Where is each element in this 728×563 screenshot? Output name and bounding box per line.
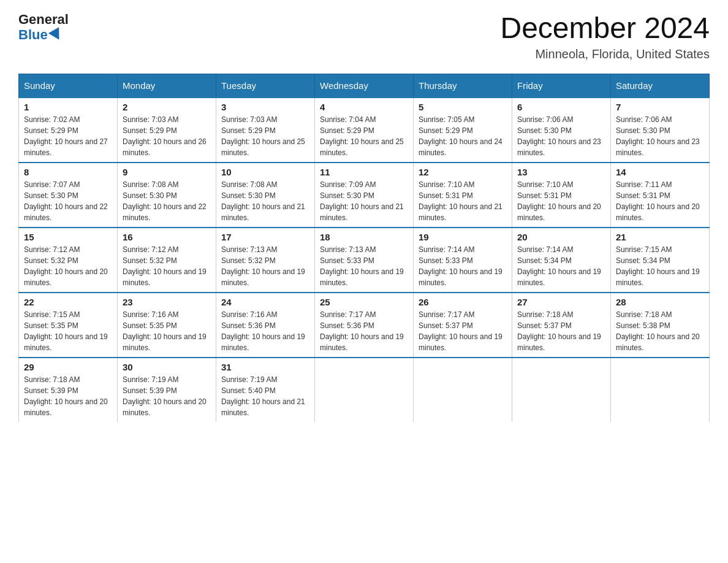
day-number: 15: [24, 232, 112, 242]
day-number: 7: [616, 102, 704, 112]
calendar-cell: 20Sunrise: 7:14 AMSunset: 5:34 PMDayligh…: [512, 228, 611, 293]
day-number: 6: [517, 102, 605, 112]
day-info: Sunrise: 7:18 AMSunset: 5:37 PMDaylight:…: [517, 309, 605, 353]
day-info: Sunrise: 7:16 AMSunset: 5:35 PMDaylight:…: [123, 309, 211, 353]
day-info: Sunrise: 7:05 AMSunset: 5:29 PMDaylight:…: [419, 114, 507, 158]
day-number: 28: [616, 297, 704, 307]
day-number: 17: [221, 232, 309, 242]
calendar-cell: 29Sunrise: 7:18 AMSunset: 5:39 PMDayligh…: [19, 358, 118, 422]
header-sunday: Sunday: [19, 74, 118, 98]
day-info: Sunrise: 7:11 AMSunset: 5:31 PMDaylight:…: [616, 179, 704, 223]
day-number: 24: [221, 297, 309, 307]
location-subtitle: Minneola, Florida, United States: [500, 47, 710, 61]
calendar-week-row: 1Sunrise: 7:02 AMSunset: 5:29 PMDaylight…: [19, 98, 710, 163]
day-number: 4: [320, 102, 408, 112]
day-info: Sunrise: 7:06 AMSunset: 5:30 PMDaylight:…: [616, 114, 704, 158]
day-number: 30: [123, 362, 211, 372]
day-number: 18: [320, 232, 408, 242]
day-info: Sunrise: 7:12 AMSunset: 5:32 PMDaylight:…: [24, 244, 112, 288]
day-number: 26: [419, 297, 507, 307]
calendar-table: SundayMondayTuesdayWednesdayThursdayFrid…: [18, 74, 710, 422]
calendar-cell: 1Sunrise: 7:02 AMSunset: 5:29 PMDaylight…: [19, 98, 118, 163]
calendar-cell: 25Sunrise: 7:17 AMSunset: 5:36 PMDayligh…: [315, 293, 414, 358]
calendar-cell: 5Sunrise: 7:05 AMSunset: 5:29 PMDaylight…: [414, 98, 512, 163]
day-number: 21: [616, 232, 704, 242]
calendar-cell: 13Sunrise: 7:10 AMSunset: 5:31 PMDayligh…: [512, 163, 611, 228]
calendar-cell: [512, 358, 611, 422]
day-number: 16: [123, 232, 211, 242]
header-thursday: Thursday: [414, 74, 512, 98]
header-monday: Monday: [118, 74, 216, 98]
calendar-cell: [315, 358, 414, 422]
day-info: Sunrise: 7:04 AMSunset: 5:29 PMDaylight:…: [320, 114, 408, 158]
day-info: Sunrise: 7:18 AMSunset: 5:38 PMDaylight:…: [616, 309, 704, 353]
day-number: 14: [616, 167, 704, 177]
calendar-cell: 27Sunrise: 7:18 AMSunset: 5:37 PMDayligh…: [512, 293, 611, 358]
calendar-cell: [611, 358, 710, 422]
calendar-cell: 26Sunrise: 7:17 AMSunset: 5:37 PMDayligh…: [414, 293, 512, 358]
calendar-cell: 31Sunrise: 7:19 AMSunset: 5:40 PMDayligh…: [216, 358, 315, 422]
day-number: 29: [24, 362, 112, 372]
day-info: Sunrise: 7:08 AMSunset: 5:30 PMDaylight:…: [221, 179, 309, 223]
day-info: Sunrise: 7:10 AMSunset: 5:31 PMDaylight:…: [419, 179, 507, 223]
calendar-cell: 12Sunrise: 7:10 AMSunset: 5:31 PMDayligh…: [414, 163, 512, 228]
day-info: Sunrise: 7:09 AMSunset: 5:30 PMDaylight:…: [320, 179, 408, 223]
day-number: 2: [123, 102, 211, 112]
month-title: December 2024: [500, 12, 710, 45]
day-number: 25: [320, 297, 408, 307]
day-info: Sunrise: 7:19 AMSunset: 5:40 PMDaylight:…: [221, 374, 309, 418]
calendar-cell: 30Sunrise: 7:19 AMSunset: 5:39 PMDayligh…: [118, 358, 216, 422]
calendar-cell: 21Sunrise: 7:15 AMSunset: 5:34 PMDayligh…: [611, 228, 710, 293]
calendar-cell: 7Sunrise: 7:06 AMSunset: 5:30 PMDaylight…: [611, 98, 710, 163]
header-friday: Friday: [512, 74, 611, 98]
calendar-cell: 28Sunrise: 7:18 AMSunset: 5:38 PMDayligh…: [611, 293, 710, 358]
day-info: Sunrise: 7:03 AMSunset: 5:29 PMDaylight:…: [221, 114, 309, 158]
day-info: Sunrise: 7:08 AMSunset: 5:30 PMDaylight:…: [123, 179, 211, 223]
calendar-cell: 24Sunrise: 7:16 AMSunset: 5:36 PMDayligh…: [216, 293, 315, 358]
title-block: December 2024 Minneola, Florida, United …: [500, 12, 710, 61]
calendar-cell: 4Sunrise: 7:04 AMSunset: 5:29 PMDaylight…: [315, 98, 414, 163]
calendar-header-row: SundayMondayTuesdayWednesdayThursdayFrid…: [19, 74, 710, 98]
day-info: Sunrise: 7:12 AMSunset: 5:32 PMDaylight:…: [123, 244, 211, 288]
calendar-cell: 6Sunrise: 7:06 AMSunset: 5:30 PMDaylight…: [512, 98, 611, 163]
calendar-week-row: 22Sunrise: 7:15 AMSunset: 5:35 PMDayligh…: [19, 293, 710, 358]
calendar-week-row: 8Sunrise: 7:07 AMSunset: 5:30 PMDaylight…: [19, 163, 710, 228]
day-number: 19: [419, 232, 507, 242]
calendar-cell: 16Sunrise: 7:12 AMSunset: 5:32 PMDayligh…: [118, 228, 216, 293]
page-header: General Blue December 2024 Minneola, Flo…: [18, 12, 710, 61]
day-number: 9: [123, 167, 211, 177]
day-info: Sunrise: 7:03 AMSunset: 5:29 PMDaylight:…: [123, 114, 211, 158]
calendar-cell: 2Sunrise: 7:03 AMSunset: 5:29 PMDaylight…: [118, 98, 216, 163]
calendar-cell: 23Sunrise: 7:16 AMSunset: 5:35 PMDayligh…: [118, 293, 216, 358]
calendar-cell: 15Sunrise: 7:12 AMSunset: 5:32 PMDayligh…: [19, 228, 118, 293]
logo: General Blue: [18, 12, 69, 43]
day-number: 22: [24, 297, 112, 307]
day-info: Sunrise: 7:18 AMSunset: 5:39 PMDaylight:…: [24, 374, 112, 418]
calendar-cell: 8Sunrise: 7:07 AMSunset: 5:30 PMDaylight…: [19, 163, 118, 228]
calendar-cell: 3Sunrise: 7:03 AMSunset: 5:29 PMDaylight…: [216, 98, 315, 163]
logo-general-text: General: [18, 12, 69, 27]
calendar-week-row: 29Sunrise: 7:18 AMSunset: 5:39 PMDayligh…: [19, 358, 710, 422]
day-number: 27: [517, 297, 605, 307]
day-number: 13: [517, 167, 605, 177]
calendar-week-row: 15Sunrise: 7:12 AMSunset: 5:32 PMDayligh…: [19, 228, 710, 293]
day-number: 1: [24, 102, 112, 112]
day-info: Sunrise: 7:13 AMSunset: 5:32 PMDaylight:…: [221, 244, 309, 288]
calendar-cell: 19Sunrise: 7:14 AMSunset: 5:33 PMDayligh…: [414, 228, 512, 293]
calendar-cell: 17Sunrise: 7:13 AMSunset: 5:32 PMDayligh…: [216, 228, 315, 293]
day-info: Sunrise: 7:15 AMSunset: 5:34 PMDaylight:…: [616, 244, 704, 288]
day-info: Sunrise: 7:10 AMSunset: 5:31 PMDaylight:…: [517, 179, 605, 223]
calendar-cell: 11Sunrise: 7:09 AMSunset: 5:30 PMDayligh…: [315, 163, 414, 228]
day-info: Sunrise: 7:02 AMSunset: 5:29 PMDaylight:…: [24, 114, 112, 158]
header-wednesday: Wednesday: [315, 74, 414, 98]
day-number: 31: [221, 362, 309, 372]
day-info: Sunrise: 7:13 AMSunset: 5:33 PMDaylight:…: [320, 244, 408, 288]
header-tuesday: Tuesday: [216, 74, 315, 98]
day-number: 20: [517, 232, 605, 242]
day-info: Sunrise: 7:17 AMSunset: 5:36 PMDaylight:…: [320, 309, 408, 353]
calendar-cell: 18Sunrise: 7:13 AMSunset: 5:33 PMDayligh…: [315, 228, 414, 293]
day-info: Sunrise: 7:14 AMSunset: 5:33 PMDaylight:…: [419, 244, 507, 288]
day-info: Sunrise: 7:16 AMSunset: 5:36 PMDaylight:…: [221, 309, 309, 353]
logo-blue-text: Blue: [18, 27, 63, 43]
header-saturday: Saturday: [611, 74, 710, 98]
